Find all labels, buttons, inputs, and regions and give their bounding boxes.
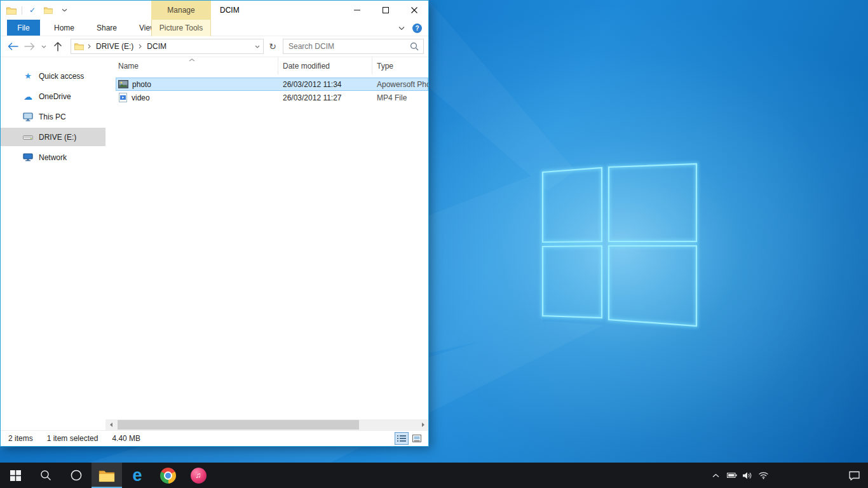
tray-volume-button[interactable] <box>740 463 756 488</box>
sidebar-item-label: DRIVE (E:) <box>39 133 76 142</box>
sort-ascending-icon <box>189 58 195 62</box>
sidebar-item-this-pc[interactable]: This PC <box>1 107 105 126</box>
file-type: MP4 File <box>372 93 428 102</box>
tray-network-button[interactable] <box>756 463 771 488</box>
battery-icon <box>727 472 737 478</box>
selection-info: 1 item selected <box>47 434 98 443</box>
up-button[interactable] <box>50 38 65 55</box>
status-bar: 2 items 1 item selected 4.40 MB <box>1 430 428 446</box>
items-count: 2 items <box>8 434 33 443</box>
file-list: Name Date modified Type <box>105 57 428 430</box>
file-date: 26/03/2012 11:27 <box>278 93 372 102</box>
refresh-icon: ↻ <box>269 41 276 51</box>
itunes-icon: ♫ <box>191 468 207 484</box>
window-title: DCIM <box>220 1 240 20</box>
scrollbar-track[interactable] <box>116 419 417 430</box>
large-icons-view-icon <box>412 435 421 442</box>
sidebar-item-onedrive[interactable]: ☁ OneDrive <box>1 87 105 105</box>
breadcrumb-segment-drive[interactable]: DRIVE (E:) <box>92 39 138 53</box>
maximize-button[interactable] <box>371 1 400 20</box>
qat-properties-icon[interactable]: ✓ <box>27 3 38 17</box>
windows-start-icon <box>10 470 21 481</box>
contextual-group-manage[interactable]: Manage <box>151 1 211 20</box>
breadcrumb-chevron-icon[interactable] <box>85 44 92 49</box>
titlebar-separator <box>22 6 22 15</box>
breadcrumb-chevron-icon[interactable] <box>138 44 142 49</box>
column-header-type[interactable]: Type <box>372 57 428 74</box>
sidebar-item-drive-e[interactable]: DRIVE (E:) <box>1 128 105 146</box>
photo-file-icon <box>118 80 128 88</box>
tray-show-hidden-icons-button[interactable] <box>708 463 724 488</box>
manage-label: Manage <box>167 6 194 15</box>
title-bar[interactable]: ✓ Manage DCIM <box>1 1 428 20</box>
desktop: ✓ Manage DCIM <box>0 0 868 488</box>
close-button[interactable] <box>400 1 428 20</box>
column-headers: Name Date modified Type <box>105 57 428 74</box>
qat-new-folder-icon[interactable] <box>43 3 54 17</box>
drive-icon <box>23 134 33 140</box>
help-button[interactable]: ? <box>412 24 422 33</box>
sidebar-item-label: Quick access <box>39 72 84 81</box>
tab-file[interactable]: File <box>7 20 40 36</box>
sidebar-item-quick-access[interactable]: ★ Quick access <box>1 67 105 85</box>
file-explorer-icon <box>98 469 115 482</box>
qat-customize-chevron-icon[interactable] <box>58 3 70 17</box>
forward-button[interactable] <box>22 38 37 55</box>
file-name: photo <box>132 80 151 89</box>
details-view-icon <box>397 435 406 442</box>
tab-home[interactable]: Home <box>46 20 83 36</box>
column-header-date-modified[interactable]: Date modified <box>278 57 372 74</box>
cortana-icon <box>70 469 83 482</box>
refresh-button[interactable]: ↻ <box>266 39 280 54</box>
taskbar-search-button[interactable] <box>31 463 61 488</box>
help-icon: ? <box>415 25 419 32</box>
sidebar-item-label: Network <box>39 153 67 162</box>
file-date: 26/03/2012 11:34 <box>278 80 372 89</box>
expand-ribbon-chevron-icon[interactable] <box>398 26 405 30</box>
file-type: Apowersoft Pho <box>372 80 428 89</box>
file-row-video[interactable]: video 26/03/2012 11:27 MP4 File <box>116 91 428 104</box>
cortana-button[interactable] <box>61 463 92 488</box>
search-icon[interactable] <box>410 42 423 51</box>
file-row-photo[interactable]: photo 26/03/2012 11:34 Apowersoft Pho <box>116 78 428 91</box>
sidebar-item-label: OneDrive <box>39 92 71 101</box>
minimize-button[interactable] <box>342 1 371 20</box>
sidebar-item-network[interactable]: Network <box>1 148 105 166</box>
check-icon: ✓ <box>29 6 36 15</box>
file-rows: photo 26/03/2012 11:34 Apowersoft Pho <box>105 74 428 430</box>
taskbar-file-explorer-button[interactable] <box>92 463 122 488</box>
system-tray <box>708 463 868 488</box>
location-folder-icon <box>71 43 85 50</box>
taskbar-edge-button[interactable]: e <box>122 463 153 488</box>
action-center-icon <box>849 471 860 480</box>
tab-share[interactable]: Share <box>88 20 125 36</box>
history-chevron-icon[interactable] <box>39 38 48 55</box>
address-dropdown-chevron-icon[interactable] <box>252 45 263 48</box>
chevron-up-icon <box>712 473 719 478</box>
taskbar: e ♫ <box>0 463 868 488</box>
breadcrumb-segment-dcim[interactable]: DCIM <box>142 39 171 53</box>
scroll-left-arrow-icon[interactable] <box>105 419 116 430</box>
star-icon: ★ <box>23 71 33 81</box>
search-box[interactable] <box>283 39 424 54</box>
video-file-icon <box>118 93 128 102</box>
details-view-button[interactable] <box>395 432 409 445</box>
tray-battery-button[interactable] <box>724 463 740 488</box>
taskbar-chrome-button[interactable] <box>153 463 183 488</box>
action-center-button[interactable] <box>840 463 868 488</box>
search-input[interactable] <box>283 42 410 51</box>
sidebar-item-label: This PC <box>39 112 66 121</box>
large-icons-view-button[interactable] <box>410 432 424 445</box>
taskbar-itunes-button[interactable]: ♫ <box>183 463 214 488</box>
back-button[interactable] <box>5 38 20 55</box>
start-button[interactable] <box>0 463 31 488</box>
tab-picture-tools[interactable]: Picture Tools <box>151 20 211 36</box>
ribbon-tabs: File Home Share View Picture Tools ? <box>1 20 428 36</box>
chrome-icon <box>160 468 176 484</box>
horizontal-scrollbar[interactable] <box>105 419 428 430</box>
network-icon <box>23 153 33 161</box>
address-bar[interactable]: DRIVE (E:) DCIM <box>71 39 264 54</box>
scrollbar-thumb[interactable] <box>118 420 359 430</box>
scroll-right-arrow-icon[interactable] <box>417 419 428 430</box>
column-header-name[interactable]: Name <box>105 57 278 74</box>
